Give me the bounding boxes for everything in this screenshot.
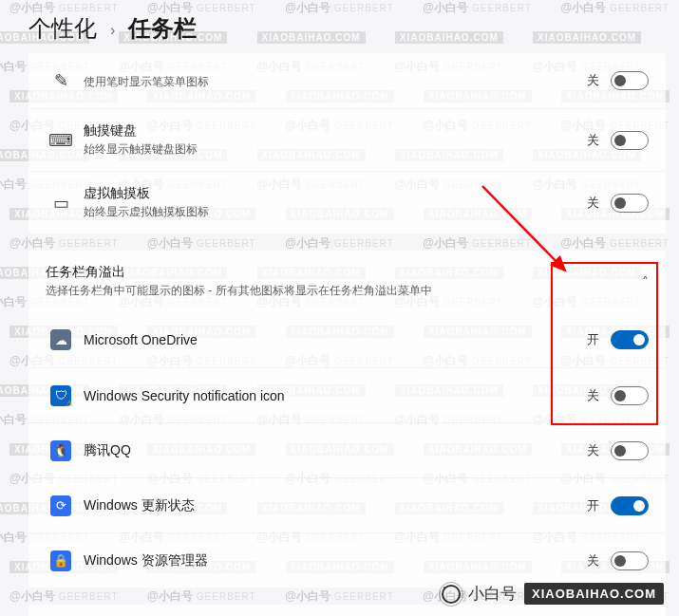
qq-icon: 🐧	[50, 440, 71, 461]
toggle-state-label: 开	[587, 331, 599, 348]
breadcrumb: 个性化 › 任务栏	[0, 0, 679, 53]
overflow-section-header[interactable]: 任务栏角溢出 选择任务栏角中可能显示的图标 - 所有其他图标将显示在任务栏角溢出…	[28, 251, 666, 312]
behavior-section-header[interactable]: 任务栏行为 任务栏对齐、标记、自动隐藏和多个显示器	[28, 605, 666, 616]
onedrive-icon: ☁	[50, 329, 71, 350]
row-onedrive: ☁ Microsoft OneDrive 开	[28, 312, 666, 367]
taskbar-behavior-card: 任务栏行为 任务栏对齐、标记、自动隐藏和多个显示器	[28, 605, 666, 616]
toggle-state-label: 关	[587, 72, 599, 89]
keyboard-icon: ⌨	[46, 130, 76, 151]
app-label: Windows 资源管理器	[84, 552, 587, 569]
toggle-pen-menu[interactable]	[611, 71, 649, 90]
toggle-qq[interactable]	[611, 441, 649, 460]
row-windows-security: 🛡 Windows Security notification icon 关	[28, 367, 666, 422]
toggle-state-label: 关	[587, 195, 599, 212]
update-icon: ⟳	[50, 495, 71, 516]
row-title: 触摸键盘	[84, 122, 587, 140]
app-label: Windows Security notification icon	[84, 388, 587, 403]
row-title: 虚拟触摸板	[84, 185, 587, 202]
toggle-windows-security[interactable]	[611, 386, 649, 405]
toggle-explorer[interactable]	[611, 551, 649, 570]
brand-box: XIAOBAIHAO.COM	[524, 583, 664, 605]
app-label: Windows 更新状态	[84, 497, 587, 514]
toggle-touch-keyboard[interactable]	[611, 131, 649, 150]
toggle-state-label: 关	[587, 132, 599, 149]
taskbar-overflow-card: 任务栏角溢出 选择任务栏角中可能显示的图标 - 所有其他图标将显示在任务栏角溢出…	[28, 251, 666, 588]
row-touch-keyboard: ⌨ 触摸键盘 始终显示触摸键盘图标 关	[28, 108, 666, 171]
brand-logo-icon	[442, 585, 461, 604]
toggle-state-label: 关	[587, 387, 599, 404]
row-virtual-touchpad: ▭ 虚拟触摸板 始终显示虚拟触摸板图标 关	[28, 171, 666, 233]
security-icon: 🛡	[50, 385, 71, 406]
toggle-state-label: 开	[587, 497, 599, 514]
breadcrumb-current: 任务栏	[128, 13, 197, 44]
toggle-onedrive[interactable]	[611, 330, 649, 349]
chevron-up-icon: ˄	[642, 274, 649, 289]
row-subtitle: 使用笔时显示笔菜单图标	[84, 74, 587, 90]
explorer-icon: 🔒	[50, 551, 71, 571]
breadcrumb-parent[interactable]: 个性化	[28, 13, 97, 44]
section-subtitle: 选择任务栏角中可能显示的图标 - 所有其他图标将显示在任务栏角溢出菜单中	[46, 283, 642, 299]
row-subtitle: 始终显示虚拟触摸板图标	[84, 204, 587, 220]
touchpad-icon: ▭	[46, 193, 76, 214]
row-subtitle: 始终显示触摸键盘图标	[84, 141, 587, 158]
toggle-state-label: 关	[587, 442, 599, 459]
taskbar-corner-icons-card: ✎ 使用笔时显示笔菜单图标 关 ⌨ 触摸键盘 始终显示触摸键盘图标 关 ▭ 虚拟…	[28, 53, 666, 233]
row-qq: 🐧 腾讯QQ 关	[28, 422, 666, 477]
app-label: Microsoft OneDrive	[84, 332, 587, 347]
chevron-right-icon: ›	[110, 22, 115, 39]
row-pen-menu: ✎ 使用笔时显示笔菜单图标 关	[28, 53, 666, 108]
brand-text: 小白号	[468, 583, 517, 605]
watermark-brand: 小白号 XIAOBAIHAO.COM	[442, 583, 664, 605]
app-label: 腾讯QQ	[84, 442, 587, 459]
pen-icon: ✎	[46, 70, 76, 91]
toggle-windows-update[interactable]	[611, 496, 649, 515]
toggle-state-label: 关	[587, 552, 599, 569]
row-windows-update: ⟳ Windows 更新状态 开	[28, 477, 666, 532]
section-title: 任务栏角溢出	[46, 264, 642, 281]
toggle-virtual-touchpad[interactable]	[611, 194, 649, 213]
row-explorer: 🔒 Windows 资源管理器 关	[28, 532, 666, 588]
